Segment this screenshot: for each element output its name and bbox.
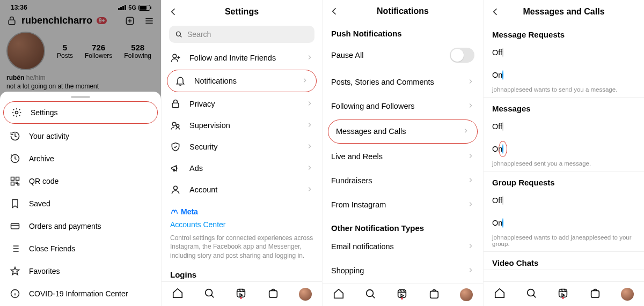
- tab-shop-icon[interactable]: [589, 287, 601, 301]
- settings-row-ads[interactable]: Ads: [162, 158, 322, 179]
- settings-row-label: Supervision: [189, 121, 230, 130]
- pause-all-row[interactable]: Pause All: [323, 40, 483, 70]
- svg-point-13: [177, 124, 179, 127]
- status-time: 13:36: [11, 4, 27, 11]
- notif-row-messages[interactable]: Messages and Calls: [328, 120, 478, 144]
- radio-label: On: [492, 219, 502, 227]
- chevron-right-icon: [462, 127, 470, 136]
- tab-home-icon[interactable]: [494, 287, 506, 301]
- qr-icon: [10, 176, 20, 186]
- notif-row-shopping[interactable]: Shopping: [323, 259, 483, 283]
- radio-button[interactable]: [502, 48, 503, 57]
- drawer-item-settings[interactable]: Settings: [3, 101, 158, 124]
- navbar: Settings: [162, 0, 322, 24]
- username[interactable]: rubenchicharro: [21, 15, 92, 26]
- chevron-right-icon: [306, 164, 313, 173]
- drawer-item-favorites[interactable]: Favorites: [0, 260, 161, 282]
- other-heading: Other Notification Types: [323, 217, 483, 235]
- chevron-right-icon: [467, 152, 474, 161]
- pause-all-switch[interactable]: [450, 48, 474, 63]
- svg-point-9: [176, 32, 180, 36]
- stat-following[interactable]: 528Following: [124, 43, 151, 59]
- supervision-icon: [170, 120, 181, 131]
- chevron-right-icon: [467, 242, 474, 251]
- bio-name: rubén: [6, 74, 24, 81]
- tab-home-icon[interactable]: [333, 288, 345, 302]
- tab-home-icon[interactable]: [172, 287, 184, 301]
- stat-posts[interactable]: 5Posts: [57, 43, 73, 59]
- svg-rect-5: [16, 177, 19, 181]
- settings-row-privacy[interactable]: Privacy: [162, 93, 322, 115]
- grabber[interactable]: [71, 96, 90, 98]
- settings-row-follow[interactable]: Follow and Invite Friends: [162, 47, 322, 69]
- settings-row-notifications[interactable]: Notifications: [167, 70, 317, 92]
- drawer-item-activity[interactable]: Your activity: [0, 125, 161, 147]
- radio-row-on[interactable]: On: [484, 64, 644, 86]
- radio-button[interactable]: [502, 122, 503, 131]
- drawer-item-close-friends[interactable]: Close Friends: [0, 237, 161, 260]
- notif-row-instagram[interactable]: From Instagram: [323, 193, 483, 217]
- settings-row-label: Privacy: [189, 100, 215, 108]
- back-icon[interactable]: [329, 6, 340, 17]
- drawer-item-qr[interactable]: QR code: [0, 170, 161, 192]
- notif-row-posts[interactable]: Posts, Stories and Comments: [323, 70, 483, 94]
- tab-shop-icon[interactable]: [267, 287, 279, 301]
- back-icon[interactable]: [168, 6, 179, 17]
- create-icon[interactable]: [125, 16, 135, 26]
- tab-search-icon[interactable]: [364, 288, 376, 302]
- tab-reels-icon[interactable]: [557, 287, 569, 301]
- drawer-item-label: COVID-19 Information Center: [29, 289, 128, 298]
- back-icon[interactable]: [490, 6, 501, 17]
- drawer-item-archive[interactable]: Archive: [0, 147, 161, 170]
- notif-row-live[interactable]: Live and Reels: [323, 145, 483, 169]
- radio-row-off[interactable]: Off: [484, 41, 644, 64]
- radio-button[interactable]: [502, 196, 503, 205]
- tab-profile-icon[interactable]: [460, 288, 473, 301]
- notif-row-email[interactable]: Email notifications: [323, 235, 483, 259]
- tab-reels-icon[interactable]: [235, 287, 247, 301]
- radio-wrapper: [502, 145, 503, 153]
- tab-search-icon[interactable]: [525, 287, 537, 301]
- meta-logo: Meta: [170, 207, 313, 218]
- svg-rect-0: [9, 20, 15, 24]
- radio-button[interactable]: [502, 70, 503, 80]
- radio-row-off[interactable]: Off: [484, 115, 644, 138]
- menu-icon[interactable]: [144, 16, 155, 26]
- radio-button[interactable]: [502, 218, 503, 228]
- notif-row-fundraisers[interactable]: Fundraisers: [323, 169, 483, 193]
- stat-followers[interactable]: 726Followers: [85, 43, 112, 59]
- user-plus-icon: [170, 53, 181, 63]
- settings-row-security[interactable]: Security: [162, 136, 322, 158]
- tab-profile-icon[interactable]: [299, 288, 312, 301]
- notif-row-following[interactable]: Following and Followers: [323, 94, 483, 118]
- bell-icon: [175, 76, 186, 86]
- radio-wrapper: [502, 219, 503, 227]
- svg-point-20: [367, 289, 374, 296]
- svg-point-14: [174, 186, 178, 190]
- avatar[interactable]: [6, 32, 45, 70]
- radio-row-on[interactable]: On: [484, 138, 644, 160]
- tab-reels-icon[interactable]: [396, 288, 408, 302]
- radio-button[interactable]: [502, 144, 503, 154]
- settings-row-label: Account: [189, 185, 217, 194]
- drawer-item-saved[interactable]: Saved: [0, 192, 161, 215]
- search-input[interactable]: Search: [169, 26, 314, 43]
- chevron-right-icon: [467, 176, 474, 185]
- svg-rect-25: [591, 290, 599, 297]
- tab-profile-icon[interactable]: [621, 288, 634, 301]
- svg-point-2: [16, 111, 18, 114]
- accounts-center-link[interactable]: Accounts Center: [170, 220, 313, 230]
- chevron-right-icon: [467, 200, 474, 210]
- radio-row-off[interactable]: Off: [484, 189, 644, 212]
- radio-label: Off: [492, 48, 502, 57]
- tab-search-icon[interactable]: [203, 287, 215, 301]
- radio-row-on[interactable]: On: [484, 212, 644, 234]
- drawer-item-orders[interactable]: Orders and payments: [0, 215, 161, 237]
- tab-shop-icon[interactable]: [428, 288, 440, 302]
- settings-row-account[interactable]: Account: [162, 179, 322, 200]
- drawer-item-label: QR code: [29, 177, 58, 185]
- notif-row-label: Following and Followers: [331, 102, 415, 110]
- settings-row-supervision[interactable]: Supervision: [162, 115, 322, 136]
- list-icon: [10, 243, 20, 254]
- drawer-item-covid[interactable]: COVID-19 Information Center: [0, 282, 161, 305]
